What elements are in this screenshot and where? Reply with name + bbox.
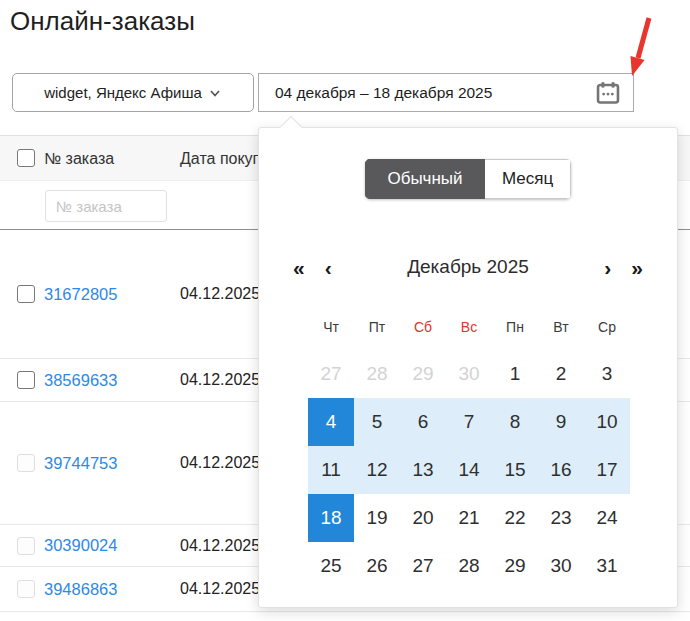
calendar-day-cell[interactable]: 28	[446, 542, 492, 590]
calendar-day-cell[interactable]: 19	[354, 494, 400, 542]
calendar-day-cell[interactable]: 6	[400, 398, 446, 446]
calendar-day-cell[interactable]: 13	[400, 446, 446, 494]
calendar-day-cell[interactable]: 22	[492, 494, 538, 542]
prev-year-button[interactable]: «	[289, 255, 309, 280]
calendar-day-cell[interactable]: 11	[308, 446, 354, 494]
calendar-grid: ЧтПтСбВсПнВтСр27282930123456789101112131…	[308, 314, 630, 590]
purchase-date-cell: 04.12.2025	[180, 580, 260, 598]
purchase-date-cell: 04.12.2025	[180, 537, 260, 555]
online-orders-screen: Онлайн-заказы widget, Яндекс Афиша 04 де…	[0, 0, 690, 621]
row-checkbox[interactable]	[17, 580, 35, 598]
calendar-day-cell[interactable]: 1	[492, 350, 538, 398]
calendar-day-cell[interactable]: 7	[446, 398, 492, 446]
chevron-down-icon	[208, 86, 222, 100]
calendar-nav: « ‹ Декабрь 2025 › »	[289, 250, 647, 284]
next-year-button[interactable]: »	[627, 255, 647, 280]
mode-month-button[interactable]: Месяц	[485, 159, 571, 199]
purchase-date-cell: 04.12.2025	[180, 371, 260, 389]
calendar-day-cell[interactable]: 25	[308, 542, 354, 590]
column-header-order: № заказа	[44, 136, 114, 181]
order-number-link[interactable]: 39744753	[44, 454, 117, 473]
next-month-button[interactable]: ›	[600, 255, 615, 280]
order-number-link[interactable]: 38569633	[44, 371, 117, 390]
calendar-day-cell[interactable]: 29	[492, 542, 538, 590]
calendar-day-cell[interactable]: 26	[354, 542, 400, 590]
calendar-day-cell[interactable]: 15	[492, 446, 538, 494]
calendar-day-cell[interactable]: 30	[538, 542, 584, 590]
calendar-day-cell[interactable]: 31	[584, 542, 630, 590]
purchase-date-cell: 04.12.2025	[180, 454, 260, 472]
calendar-day-cell[interactable]: 9	[538, 398, 584, 446]
calendar-day-cell[interactable]: 24	[584, 494, 630, 542]
calendar-day-cell[interactable]: 4	[308, 398, 354, 446]
calendar-day-cell[interactable]: 12	[354, 446, 400, 494]
calendar-mode-toggle: Обычный Месяц	[259, 159, 677, 199]
day-of-week-label: Сб	[400, 314, 446, 340]
order-number-link[interactable]: 39486863	[44, 580, 117, 599]
calendar-day-cell[interactable]: 3	[584, 350, 630, 398]
calendar-day-cell[interactable]: 27	[308, 350, 354, 398]
day-of-week-label: Вт	[538, 314, 584, 340]
calendar-day-cell[interactable]: 16	[538, 446, 584, 494]
purchase-date-cell: 04.12.2025	[180, 285, 260, 303]
day-of-week-label: Ср	[584, 314, 630, 340]
date-picker-popup: Обычный Месяц « ‹ Декабрь 2025 › » ЧтПтС…	[258, 127, 678, 608]
calendar-day-cell[interactable]: 21	[446, 494, 492, 542]
order-number-link[interactable]: 30390024	[44, 536, 117, 555]
prev-month-button[interactable]: ‹	[321, 255, 336, 280]
calendar-day-cell[interactable]: 17	[584, 446, 630, 494]
calendar-day-cell[interactable]: 29	[400, 350, 446, 398]
calendar-day-cell[interactable]: 8	[492, 398, 538, 446]
calendar-day-cell[interactable]: 18	[308, 494, 354, 542]
calendar-day-cell[interactable]: 14	[446, 446, 492, 494]
calendar-day-cell[interactable]: 20	[400, 494, 446, 542]
calendar-day-cell[interactable]: 10	[584, 398, 630, 446]
source-select-value: widget, Яндекс Афиша	[44, 84, 202, 101]
order-number-link[interactable]: 31672805	[44, 285, 117, 304]
calendar-day-cell[interactable]: 27	[400, 542, 446, 590]
page-title: Онлайн-заказы	[10, 6, 195, 37]
mode-normal-button[interactable]: Обычный	[365, 159, 485, 199]
day-of-week-label: Пн	[492, 314, 538, 340]
calendar-month-title: Декабрь 2025	[336, 256, 601, 278]
day-of-week-label: Вс	[446, 314, 492, 340]
date-range-input[interactable]: 04 декабря – 18 декабря 2025	[258, 73, 634, 112]
calendar-day-cell[interactable]: 30	[446, 350, 492, 398]
row-checkbox[interactable]	[17, 454, 35, 472]
day-of-week-label: Пт	[354, 314, 400, 340]
day-of-week-label: Чт	[308, 314, 354, 340]
source-select[interactable]: widget, Яндекс Афиша	[12, 73, 254, 112]
row-checkbox[interactable]	[17, 537, 35, 555]
popup-caret	[280, 116, 303, 139]
calendar-day-cell[interactable]: 5	[354, 398, 400, 446]
calendar-icon[interactable]	[595, 80, 621, 106]
select-all-checkbox[interactable]	[17, 149, 35, 167]
calendar-day-cell[interactable]: 28	[354, 350, 400, 398]
row-checkbox[interactable]	[17, 285, 35, 303]
calendar-day-cell[interactable]: 23	[538, 494, 584, 542]
order-filter-input[interactable]	[45, 190, 167, 222]
calendar-day-cell[interactable]: 2	[538, 350, 584, 398]
row-checkbox[interactable]	[17, 371, 35, 389]
date-range-value: 04 декабря – 18 декабря 2025	[275, 84, 595, 102]
